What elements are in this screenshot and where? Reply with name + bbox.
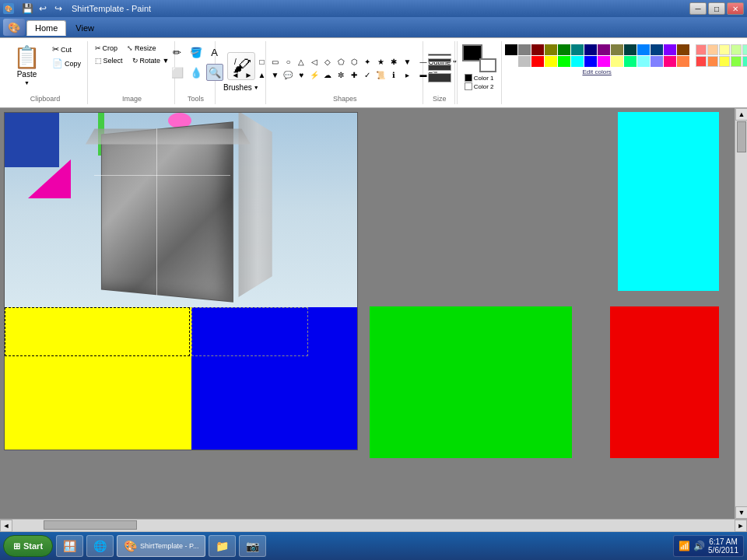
color-cell-23[interactable] xyxy=(624,56,637,67)
extra-color-2[interactable] xyxy=(719,44,730,55)
color-cell-7[interactable] xyxy=(598,44,610,55)
paint-canvas[interactable]: 🔍 xyxy=(4,112,358,450)
shape-diamond[interactable]: ◇ xyxy=(321,55,334,68)
pencil-tool[interactable]: ✏ xyxy=(169,44,186,61)
color-cell-24[interactable] xyxy=(637,56,650,67)
maximize-button[interactable]: □ xyxy=(708,2,725,15)
picker-tool[interactable]: 💧 xyxy=(188,64,205,81)
color-cell-15[interactable] xyxy=(518,56,531,67)
shape-star5[interactable]: ★ xyxy=(374,55,387,68)
scroll-left-button[interactable]: ◄ xyxy=(0,520,12,532)
extra-color-0[interactable] xyxy=(696,44,707,55)
scroll-right-button[interactable]: ► xyxy=(735,520,747,532)
color-cell-13[interactable] xyxy=(677,44,689,55)
shape-arrow[interactable]: ↗ xyxy=(242,55,254,68)
scroll-up-button[interactable]: ▲ xyxy=(735,108,747,121)
shape-oval[interactable]: ○ xyxy=(282,55,294,68)
tab-view[interactable]: View xyxy=(67,20,103,35)
color-cell-19[interactable] xyxy=(571,56,584,67)
color-cell-0[interactable] xyxy=(505,44,517,55)
taskbar-item-webcam[interactable]: 📷 xyxy=(239,535,266,557)
shape-roundrect[interactable]: ▭ xyxy=(268,55,281,68)
save-button[interactable]: 💾 xyxy=(20,2,34,16)
size-option-3[interactable] xyxy=(428,65,451,71)
taskbar-item-ie[interactable]: 🪟 xyxy=(56,535,83,557)
shape-cross[interactable]: ✚ xyxy=(348,68,360,81)
color-cell-25[interactable] xyxy=(651,56,663,67)
rotate-button[interactable]: ↻ Rotate ▼ xyxy=(128,55,174,66)
color-cell-18[interactable] xyxy=(558,56,570,67)
tray-volume-icon[interactable]: 🔊 xyxy=(693,541,705,551)
extra-color-4[interactable] xyxy=(742,44,747,55)
canvas-container[interactable]: 🔍 xyxy=(0,108,735,519)
color-cell-8[interactable] xyxy=(611,44,623,55)
shape-rtriangle[interactable]: ◁ xyxy=(308,55,321,68)
shape-arrow-right[interactable]: ► xyxy=(242,68,254,81)
shape-more[interactable]: ▼ xyxy=(401,55,413,68)
tray-network-icon[interactable]: 📶 xyxy=(679,541,690,551)
extra-color-9[interactable] xyxy=(696,56,707,67)
tab-home[interactable]: Home xyxy=(26,20,66,36)
horizontal-scrollbar[interactable]: ◄ ► xyxy=(0,519,747,531)
cut-button[interactable]: ✂ Cut xyxy=(49,43,84,56)
color-cell-26[interactable] xyxy=(664,56,676,67)
shape-pentagon[interactable]: ⬠ xyxy=(335,55,347,68)
crop-button[interactable]: ✂ Crop xyxy=(91,43,122,54)
scroll-thumb-horizontal[interactable] xyxy=(44,520,137,530)
scroll-track-vertical[interactable] xyxy=(735,121,747,506)
shape-star6[interactable]: ✱ xyxy=(388,55,400,68)
color-cell-17[interactable] xyxy=(545,56,557,67)
extra-color-10[interactable] xyxy=(707,56,718,67)
scroll-track-horizontal[interactable] xyxy=(12,520,735,531)
shape-scroll[interactable]: 📜 xyxy=(374,68,387,81)
color-cell-16[interactable] xyxy=(531,56,544,67)
shape-4star[interactable]: ✼ xyxy=(335,68,347,81)
taskbar-item-chrome[interactable]: 🌐 xyxy=(86,535,114,557)
color-cell-2[interactable] xyxy=(531,44,544,55)
taskbar-item-files[interactable]: 📁 xyxy=(209,535,236,557)
color-cell-12[interactable] xyxy=(664,44,676,55)
undo-button[interactable]: ↩ xyxy=(36,2,50,16)
shape-rect[interactable]: □ xyxy=(255,55,268,68)
size-option-4[interactable] xyxy=(428,73,451,82)
copy-button[interactable]: 📄 Copy xyxy=(49,57,84,70)
shape-extra[interactable]: ▸ xyxy=(401,68,413,81)
app-menu-button[interactable]: 🎨 xyxy=(3,19,25,36)
shape-star4[interactable]: ✦ xyxy=(361,55,374,68)
shape-arrow-up[interactable]: ▲ xyxy=(255,68,268,81)
extra-color-13[interactable] xyxy=(742,56,747,67)
shape-heart[interactable]: ♥ xyxy=(295,68,307,81)
shape-check[interactable]: ✓ xyxy=(361,68,374,81)
extra-color-3[interactable] xyxy=(731,44,742,55)
color-cell-5[interactable] xyxy=(571,44,584,55)
size-option-2[interactable] xyxy=(428,58,451,62)
color-cell-14[interactable] xyxy=(505,56,517,67)
minimize-button[interactable]: ─ xyxy=(689,2,707,15)
scroll-thumb-vertical[interactable] xyxy=(737,121,746,152)
color-cell-27[interactable] xyxy=(677,56,689,67)
extra-color-12[interactable] xyxy=(731,56,742,67)
shape-arrow-down[interactable]: ▼ xyxy=(268,68,281,81)
color-cell-22[interactable] xyxy=(611,56,623,67)
shape-hexagon[interactable]: ⬡ xyxy=(348,55,360,68)
close-button[interactable]: ✕ xyxy=(727,2,744,15)
size-option-1[interactable] xyxy=(428,54,451,56)
color-cell-6[interactable] xyxy=(584,44,597,55)
extra-color-11[interactable] xyxy=(719,56,730,67)
color-cell-1[interactable] xyxy=(518,44,531,55)
color-cell-3[interactable] xyxy=(545,44,557,55)
color-cell-10[interactable] xyxy=(637,44,650,55)
edit-colors-button[interactable]: Edit colors xyxy=(582,68,611,75)
color-cell-4[interactable] xyxy=(558,44,570,55)
color-cell-20[interactable] xyxy=(584,56,597,67)
paste-button[interactable]: 📋 Paste ▼ xyxy=(6,43,47,89)
shape-line[interactable]: / xyxy=(229,55,241,68)
color1-indicator[interactable] xyxy=(465,74,472,82)
taskbar-item-paint[interactable]: 🎨 ShirtTemplate - P... xyxy=(117,535,205,557)
color2-swatch[interactable] xyxy=(479,58,496,72)
shape-callout[interactable]: 💬 xyxy=(282,68,294,81)
shape-lightning[interactable]: ⚡ xyxy=(308,68,321,81)
select-button[interactable]: ⬚ Select xyxy=(91,55,127,66)
color-cell-9[interactable] xyxy=(624,44,637,55)
scroll-down-button[interactable]: ▼ xyxy=(735,506,747,519)
